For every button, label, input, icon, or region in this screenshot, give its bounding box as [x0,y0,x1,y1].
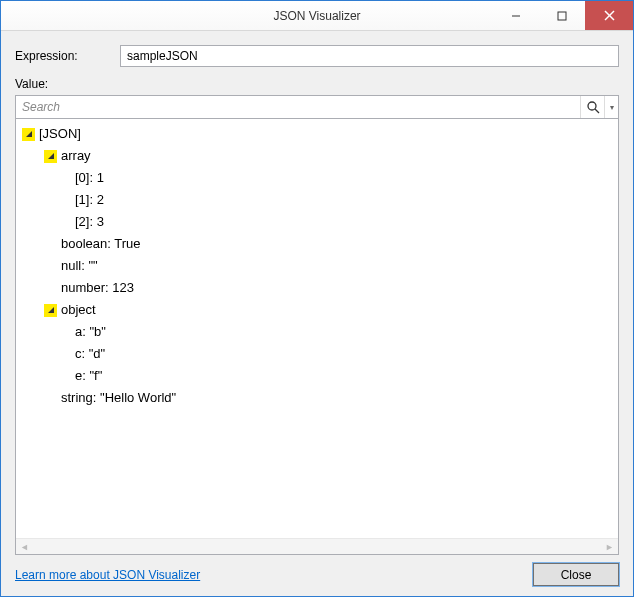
svg-marker-7 [48,153,54,159]
tree-label: [2]: 3 [75,211,104,233]
scroll-right-icon: ► [605,542,614,552]
tree-label: array [61,145,91,167]
tree-node-leaf[interactable]: [2]: 3 [22,211,612,233]
tree-node-leaf[interactable]: [1]: 2 [22,189,612,211]
tree-label: number: 123 [61,277,134,299]
tree-label: [0]: 1 [75,167,104,189]
expression-label: Expression: [15,49,120,63]
tree-label: object [61,299,96,321]
tree-body[interactable]: [JSON] array [0]: 1 [1]: 2 [2]: 3 boolea… [16,119,618,538]
footer: Learn more about JSON Visualizer Close [15,555,619,586]
content-area: Expression: Value: ▾ [JSON] array [ [1,31,633,596]
tree-node-leaf[interactable]: null: "" [22,255,612,277]
horizontal-scrollbar[interactable]: ◄ ► [16,538,618,554]
search-bar: ▾ [15,95,619,119]
expression-row: Expression: [15,45,619,67]
tree-node-leaf[interactable]: number: 123 [22,277,612,299]
svg-marker-6 [26,131,32,137]
tree-label: c: "d" [75,343,105,365]
tree-node-leaf[interactable]: [0]: 1 [22,167,612,189]
tree-node-root[interactable]: [JSON] [22,123,612,145]
search-input[interactable] [16,96,580,118]
tree-label: [1]: 2 [75,189,104,211]
tree-label: [JSON] [39,123,81,145]
tree-node-array[interactable]: array [22,145,612,167]
svg-marker-8 [48,307,54,313]
expander-icon[interactable] [44,304,57,317]
search-icon [586,100,600,114]
tree-label: a: "b" [75,321,106,343]
expander-icon[interactable] [44,150,57,163]
titlebar: JSON Visualizer [1,1,633,31]
tree-node-leaf[interactable]: string: "Hello World" [22,387,612,409]
window-controls [493,1,633,30]
svg-line-5 [595,109,599,113]
tree-label: null: "" [61,255,98,277]
minimize-button[interactable] [493,1,539,30]
tree-label: boolean: True [61,233,141,255]
scroll-left-icon: ◄ [20,542,29,552]
help-link[interactable]: Learn more about JSON Visualizer [15,568,200,582]
value-label: Value: [15,77,619,91]
tree-label: string: "Hello World" [61,387,176,409]
tree-panel: [JSON] array [0]: 1 [1]: 2 [2]: 3 boolea… [15,119,619,555]
tree-node-leaf[interactable]: e: "f" [22,365,612,387]
tree-node-leaf[interactable]: a: "b" [22,321,612,343]
close-button[interactable]: Close [533,563,619,586]
expander-icon[interactable] [22,128,35,141]
tree-node-object[interactable]: object [22,299,612,321]
svg-rect-1 [558,12,566,20]
svg-point-4 [588,102,596,110]
maximize-button[interactable] [539,1,585,30]
search-dropdown[interactable]: ▾ [604,96,618,118]
search-button[interactable] [580,96,604,118]
tree-node-leaf[interactable]: c: "d" [22,343,612,365]
expression-input[interactable] [120,45,619,67]
json-visualizer-window: JSON Visualizer Expression: Value: ▾ [0,0,634,597]
tree-node-leaf[interactable]: boolean: True [22,233,612,255]
tree-label: e: "f" [75,365,102,387]
close-window-button[interactable] [585,1,633,30]
